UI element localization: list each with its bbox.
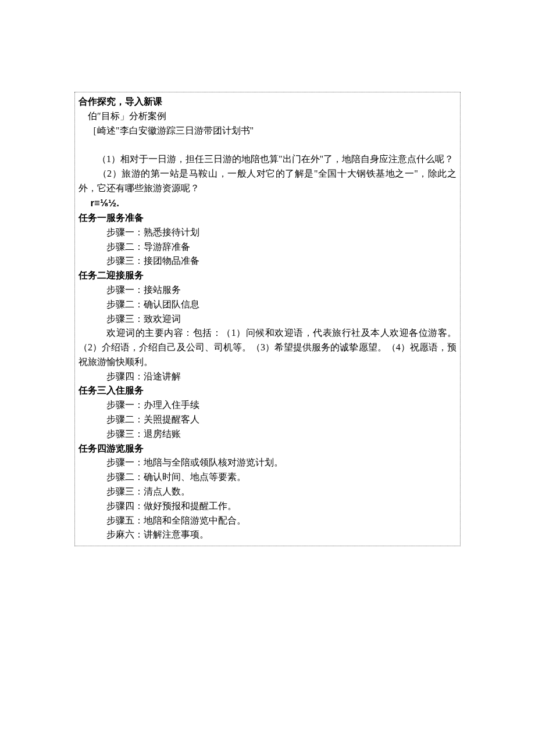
blank-line (79, 138, 456, 152)
task4-step3: 步骤三：清点人数。 (79, 485, 456, 499)
task2-step2: 步骤二：确认团队信息 (79, 298, 456, 312)
task4-step1: 步骤一：地陪与全陪或领队核对游览计划。 (79, 456, 456, 470)
task1-step2: 步骤二：导游辞准备 (79, 240, 456, 255)
task3-step1: 步骤一：办理入住手续 (79, 398, 456, 413)
task1-step3: 步骤三：接团物品准备 (79, 254, 456, 268)
page: 合作探究，导入新课 伯″目标」分析案例 ［崎述"李白安徽游踪三日游带团计划书" … (0, 0, 535, 546)
task1-step1: 步骤一：熟悉接待计划 (79, 225, 456, 240)
task3-step3: 步骤三：退房结账 (79, 427, 456, 442)
task2-title: 任务二迎接服务 (79, 268, 456, 283)
intro-line-2: ［崎述"李白安徽游踪三日游带团计划书" (79, 124, 456, 138)
task4-step4: 步骤四：做好预报和提醒工作。 (79, 499, 456, 514)
question-1: （1）相对于一日游，担任三日游的地陪也算"出门在外"了，地陪自身应注意点什么呢？ (79, 152, 456, 167)
task2-welcome: 欢迎词的主要内容：包括：（1）问候和欢迎语，代表旅行社及本人欢迎各位游客。（2）… (79, 326, 456, 369)
task4-step5: 步骤五：地陪和全陪游览中配合。 (79, 514, 456, 528)
intro-title: 合作探究，导入新课 (79, 95, 456, 109)
task3-title: 任务三入住服务 (79, 384, 456, 398)
intro-line-1: 伯″目标」分析案例 (79, 109, 456, 124)
question-2-text: （2）旅游的第一站是马鞍山，一般人对它的了解是"全国十大钢铁基地之一"，除此之外… (79, 169, 456, 193)
task2-welcome-text: 欢迎词的主要内容：包括：（1）问候和欢迎语，代表旅行社及本人欢迎各位游客。（2）… (79, 328, 456, 367)
task4-step6: 步麻六：讲解注意事项。 (79, 528, 456, 542)
task3-step2: 步骤二：关照提醒客人 (79, 413, 456, 427)
task4-title: 任务四游览服务 (79, 442, 456, 456)
task1-title: 任务一服务准备 (79, 211, 456, 225)
task4-step2: 步骤二：确认时间、地点等要素。 (79, 470, 456, 485)
task2-step3: 步骤三：致欢迎词 (79, 312, 456, 327)
task2-step4: 步骤四：沿途讲解 (79, 370, 456, 384)
task2-step1: 步骤一：接站服务 (79, 283, 456, 298)
formula-line: r≡⅛½. (79, 196, 456, 211)
content-box: 合作探究，导入新课 伯″目标」分析案例 ［崎述"李白安徽游踪三日游带团计划书" … (74, 92, 461, 546)
question-2: （2）旅游的第一站是马鞍山，一般人对它的了解是"全国十大钢铁基地之一"，除此之外… (79, 167, 456, 196)
